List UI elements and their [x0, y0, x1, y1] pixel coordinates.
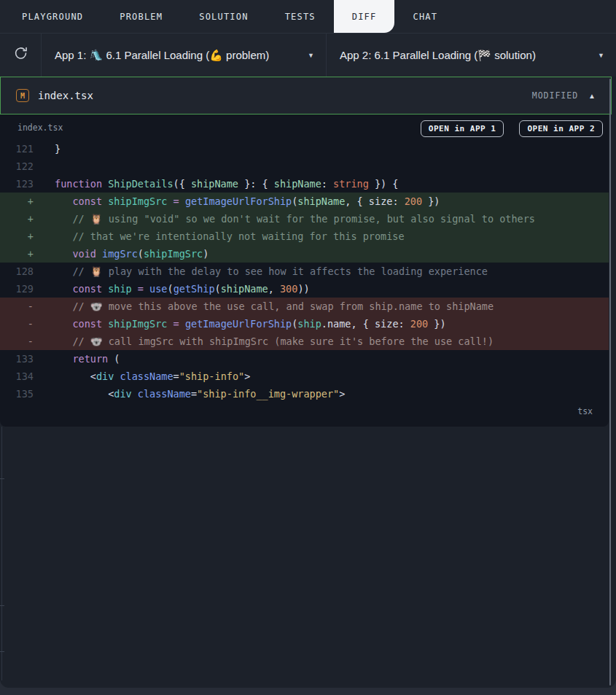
line-number: -	[7, 333, 42, 350]
code-diff-panel: index.tsx OPEN in APP 1 OPEN in APP 2 12…	[0, 114, 609, 427]
language-label: tsx	[0, 403, 609, 420]
code-text: return (	[42, 350, 120, 368]
code-line: 129 const ship = use(getShip(shipName, 3…	[0, 280, 609, 298]
file-diff-header[interactable]: M index.tsx MODIFIED ▲	[0, 77, 612, 114]
panel-edge-divider	[1, 427, 2, 680]
line-number: 121	[7, 140, 42, 158]
line-number: -	[7, 315, 42, 333]
code-line: 128 // 🦉 play with the delay to see how …	[0, 263, 609, 280]
tab-problem[interactable]: PROBLEM	[101, 0, 181, 33]
code-line: + const shipImgSrc = getImageUrlForShip(…	[0, 193, 609, 210]
line-number: +	[7, 210, 42, 228]
line-number: 122	[7, 158, 42, 175]
code-line: + // that we're intentionally not waitin…	[0, 228, 609, 245]
line-number: 128	[7, 263, 42, 280]
panel-edge-tick	[0, 478, 4, 479]
code-text: function ShipDetails({ shipName }: { shi…	[42, 175, 399, 193]
line-number: 133	[7, 350, 42, 368]
line-number: +	[7, 193, 42, 210]
code-text: <div className="ship-info__img-wrapper">	[42, 385, 345, 403]
code-line: 133 return (	[0, 350, 609, 368]
code-text: <div className="ship-info">	[42, 368, 250, 385]
tab-bar: PLAYGROUND PROBLEM SOLUTION TESTS DIFF C…	[0, 0, 616, 33]
panel-edge-tick	[0, 651, 4, 652]
code-panel-filename: index.tsx	[17, 120, 63, 133]
diff-toolbar: App 1: 🛝 6.1 Parallel Loading (💪 problem…	[0, 33, 616, 77]
code-text: // that we're intentionally not waiting …	[42, 228, 405, 245]
file-name: index.tsx	[38, 90, 93, 101]
code-line: 122	[0, 158, 609, 175]
tab-solution[interactable]: SOLUTION	[181, 0, 266, 33]
open-in-app2-button[interactable]: OPEN in APP 2	[519, 120, 603, 137]
app1-select[interactable]: App 1: 🛝 6.1 Parallel Loading (💪 problem…	[42, 34, 327, 77]
line-number: 123	[7, 175, 42, 193]
code-line: - const shipImgSrc = getImageUrlForShip(…	[0, 315, 609, 333]
code-line: + // 🦉 using "void" so we don't wait for…	[0, 210, 609, 228]
code-line: - // 🐨 move this above the use call, and…	[0, 298, 609, 315]
tab-tests[interactable]: TESTS	[267, 0, 334, 33]
tab-diff[interactable]: DIFF	[334, 0, 395, 33]
line-number: 134	[7, 368, 42, 385]
line-number: +	[7, 228, 42, 245]
status-badge: MODIFIED	[532, 90, 578, 101]
open-buttons: OPEN in APP 1 OPEN in APP 2	[421, 120, 603, 137]
code-text: // 🦉 using "void" so we don't wait for t…	[42, 210, 535, 228]
code-text: // 🦉 play with the delay to see how it a…	[42, 263, 488, 280]
panel-edge-tick	[0, 605, 4, 606]
code-line: 135 <div className="ship-info__img-wrapp…	[0, 385, 609, 403]
app2-select-label: App 2: 6.1 Parallel Loading (🏁 solution)	[340, 49, 536, 62]
tab-playground[interactable]: PLAYGROUND	[4, 0, 101, 33]
code-text: const ship = use(getShip(shipName, 300))	[42, 280, 310, 298]
code-text: const shipImgSrc = getImageUrlForShip(sh…	[42, 315, 446, 333]
code-panel-header: index.tsx OPEN in APP 1 OPEN in APP 2	[0, 114, 609, 140]
code-line: 134 <div className="ship-info">	[0, 368, 609, 385]
modified-file-badge-icon: M	[16, 89, 29, 102]
tab-chat[interactable]: CHAT	[394, 0, 456, 33]
collapse-triangle-icon: ▲	[588, 92, 596, 100]
app2-select[interactable]: App 2: 6.1 Parallel Loading (🏁 solution)…	[327, 34, 616, 77]
refresh-icon	[13, 46, 28, 64]
app1-select-label: App 1: 🛝 6.1 Parallel Loading (💪 problem…	[55, 49, 269, 62]
line-number: 129	[7, 280, 42, 298]
chevron-down-icon: ▼	[300, 52, 314, 59]
line-number: +	[7, 245, 42, 263]
code-text: // 🐨 call imgSrc with shipImgSrc (make s…	[42, 333, 494, 350]
diff-viewer-app: PLAYGROUND PROBLEM SOLUTION TESTS DIFF C…	[0, 0, 616, 688]
code-text: }	[42, 140, 61, 158]
line-number: 135	[7, 385, 42, 403]
code-text: // 🐨 move this above the use call, and s…	[42, 298, 494, 315]
code-line: + void imgSrc(shipImgSrc)	[0, 245, 609, 263]
refresh-button[interactable]	[0, 34, 42, 77]
code-text: const shipImgSrc = getImageUrlForShip(sh…	[42, 193, 440, 210]
line-number: -	[7, 298, 42, 315]
code-lines: 121}122123function ShipDetails({ shipNam…	[0, 140, 609, 403]
code-line: 121}	[0, 140, 609, 158]
chevron-down-icon: ▼	[590, 52, 604, 59]
open-in-app1-button[interactable]: OPEN in APP 1	[421, 120, 504, 137]
code-text	[42, 158, 55, 175]
vertical-scrollbar[interactable]	[609, 79, 611, 686]
code-line: - // 🐨 call imgSrc with shipImgSrc (make…	[0, 333, 609, 350]
code-line: 123function ShipDetails({ shipName }: { …	[0, 175, 609, 193]
code-text: void imgSrc(shipImgSrc)	[42, 245, 208, 263]
